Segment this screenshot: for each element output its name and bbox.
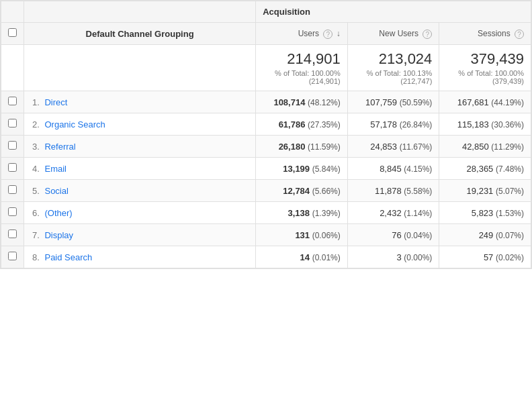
select-all-checkbox-cell[interactable]: [1, 23, 24, 45]
row-checkbox-cell[interactable]: [1, 113, 24, 136]
new-users-value: 76: [392, 230, 401, 240]
row-checkbox[interactable]: [8, 207, 17, 216]
totals-sessions-sub: % of Total: 100.00% (379,439): [446, 69, 524, 85]
totals-new-users-value: 213,024: [355, 50, 433, 68]
new-users-question-icon[interactable]: ?: [423, 30, 432, 39]
table-row: 1. Direct 108,714 (48.12%) 107,759 (50.5…: [1, 91, 531, 113]
sessions-cell: 249 (0.07%): [439, 224, 531, 246]
new-users-value: 107,759: [365, 97, 397, 107]
new-users-value: 24,853: [370, 142, 397, 152]
channel-link[interactable]: Email: [44, 164, 66, 174]
row-checkbox[interactable]: [8, 185, 17, 194]
channel-link[interactable]: Social: [44, 186, 68, 196]
row-checkbox[interactable]: [8, 141, 17, 150]
users-cell: 131 (0.06%): [256, 224, 348, 246]
users-pct: (1.39%): [312, 209, 341, 218]
new-users-cell: 8,845 (4.15%): [347, 158, 439, 180]
channel-number: 6.: [32, 208, 40, 218]
users-cell: 3,138 (1.39%): [256, 202, 348, 224]
new-users-value: 11,878: [375, 186, 402, 196]
totals-new-users-cell: 213,024 % of Total: 100.13% (212,747): [347, 45, 439, 91]
sessions-pct: (0.02%): [496, 253, 524, 262]
sessions-question-icon[interactable]: ?: [515, 30, 524, 39]
row-checkbox-cell[interactable]: [1, 180, 24, 202]
table-row: 3. Referral 26,180 (11.59%) 24,853 (11.6…: [1, 136, 531, 158]
table-row: 2. Organic Search 61,786 (27.35%) 57,178…: [1, 113, 531, 136]
new-users-cell: 2,432 (1.14%): [347, 202, 439, 224]
sessions-cell: 115,183 (30.36%): [439, 113, 531, 136]
sessions-pct: (1.53%): [496, 209, 524, 218]
row-checkbox-cell[interactable]: [1, 246, 24, 268]
new-users-pct: (4.15%): [404, 164, 432, 174]
sessions-cell: 42,850 (11.29%): [439, 136, 531, 158]
channel-link[interactable]: Display: [44, 230, 73, 240]
new-users-value: 3: [396, 252, 401, 262]
channel-cell: 4. Email: [24, 158, 256, 180]
channel-link[interactable]: Paid Search: [44, 252, 92, 262]
sessions-cell: 19,231 (5.07%): [439, 180, 531, 202]
table-row: 4. Email 13,199 (5.84%) 8,845 (4.15%) 28…: [1, 158, 531, 180]
channel-cell: 7. Display: [24, 224, 256, 246]
new-users-label: New Users: [379, 29, 418, 38]
new-users-cell: 11,878 (5.58%): [347, 180, 439, 202]
row-checkbox[interactable]: [8, 229, 17, 238]
new-users-pct: (26.84%): [400, 120, 433, 130]
users-question-icon[interactable]: ?: [323, 30, 332, 39]
new-users-cell: 76 (0.04%): [347, 224, 439, 246]
users-value: 131: [295, 230, 310, 240]
users-value: 108,714: [273, 97, 305, 107]
new-users-value: 8,845: [380, 164, 402, 174]
users-cell: 61,786 (27.35%): [256, 113, 348, 136]
users-value: 3,138: [288, 208, 310, 218]
new-users-col-header: New Users ?: [347, 23, 439, 45]
new-users-value: 2,432: [380, 208, 402, 218]
channel-link[interactable]: (Other): [44, 208, 72, 218]
row-checkbox-cell[interactable]: [1, 158, 24, 180]
row-checkbox-cell[interactable]: [1, 224, 24, 246]
users-pct: (5.84%): [312, 164, 341, 174]
table-row: 6. (Other) 3,138 (1.39%) 2,432 (1.14%) 5…: [1, 202, 531, 224]
row-checkbox[interactable]: [8, 119, 17, 127]
row-checkbox[interactable]: [8, 252, 17, 260]
users-value: 26,180: [279, 142, 306, 152]
sessions-pct: (11.29%): [491, 142, 524, 152]
users-cell: 26,180 (11.59%): [256, 136, 348, 158]
acquisition-header: Acquisition: [256, 1, 531, 23]
new-users-cell: 24,853 (11.67%): [347, 136, 439, 158]
totals-sessions-cell: 379,439 % of Total: 100.00% (379,439): [439, 45, 531, 91]
new-users-cell: 3 (0.00%): [347, 246, 439, 268]
channel-number: 1.: [32, 97, 40, 107]
users-pct: (11.59%): [308, 142, 341, 152]
new-users-pct: (11.67%): [400, 142, 433, 152]
row-checkbox-cell[interactable]: [1, 202, 24, 224]
new-users-pct: (0.04%): [404, 231, 432, 240]
sessions-pct: (5.07%): [496, 187, 524, 196]
channel-col-empty-header: [24, 1, 256, 23]
select-all-checkbox[interactable]: [8, 28, 17, 37]
channel-number: 3.: [32, 142, 40, 152]
sessions-value: 5,823: [472, 208, 494, 218]
channel-cell: 5. Social: [24, 180, 256, 202]
row-checkbox[interactable]: [8, 97, 17, 105]
sessions-pct: (44.19%): [491, 98, 524, 107]
channel-link[interactable]: Organic Search: [44, 119, 105, 130]
channel-number: 5.: [32, 186, 40, 196]
row-checkbox[interactable]: [8, 163, 17, 172]
channel-link[interactable]: Direct: [44, 97, 67, 107]
channel-cell: 8. Paid Search: [24, 246, 256, 268]
users-cell: 12,784 (5.66%): [256, 180, 348, 202]
new-users-value: 57,178: [370, 119, 397, 130]
sessions-col-header: Sessions ?: [439, 23, 531, 45]
row-checkbox-cell[interactable]: [1, 136, 24, 158]
users-pct: (27.35%): [308, 120, 341, 130]
totals-checkbox-cell: [1, 45, 24, 91]
row-checkbox-cell[interactable]: [1, 91, 24, 113]
users-pct: (5.66%): [312, 187, 341, 196]
totals-users-value: 214,901: [263, 50, 341, 68]
sessions-value: 19,231: [467, 186, 494, 196]
channel-cell: 3. Referral: [24, 136, 256, 158]
sessions-label: Sessions: [478, 29, 511, 38]
channel-number: 2.: [32, 119, 40, 130]
users-sort-icon[interactable]: ↓: [337, 29, 341, 38]
channel-link[interactable]: Referral: [44, 142, 75, 152]
